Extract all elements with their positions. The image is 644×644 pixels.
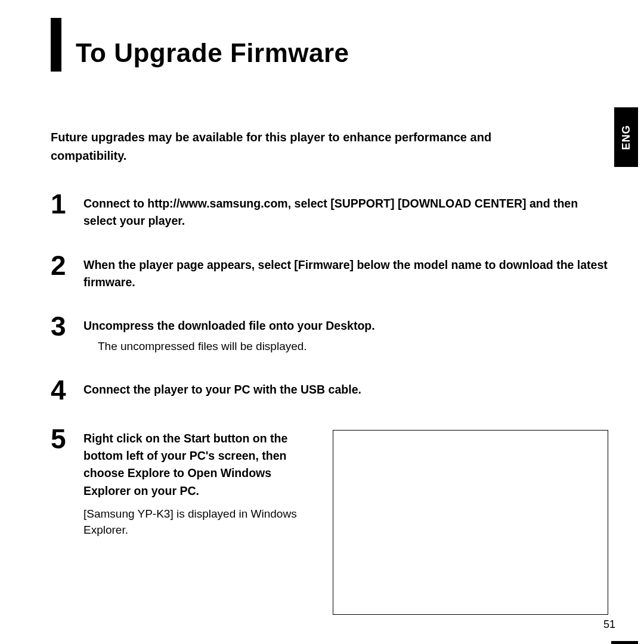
step-body: Connect the player to your PC with the U… — [83, 376, 608, 398]
step-subtext: [Samsung YP-K3] is displayed in Windows … — [83, 506, 316, 538]
step-number: 3 — [51, 312, 83, 340]
step-subtext: The uncompressed files will be displayed… — [83, 338, 608, 355]
language-tab-label: ENG — [620, 125, 633, 150]
manual-page: To Upgrade Firmware ENG Future upgrades … — [0, 0, 644, 644]
page-number: 51 — [603, 618, 615, 631]
step-text: Uncompress the downloaded file onto your… — [83, 317, 608, 335]
step-5-text-column: Right click on the Start button on the b… — [83, 430, 316, 538]
step-4: 4 Connect the player to your PC with the… — [51, 376, 608, 404]
step-number: 2 — [51, 252, 83, 279]
step-number: 1 — [51, 190, 83, 218]
footer-accent-bar — [611, 641, 638, 644]
steps-list: 1 Connect to http://www.samsung.com, sel… — [51, 190, 608, 615]
language-tab: ENG — [614, 107, 638, 167]
step-body: Right click on the Start button on the b… — [83, 425, 608, 615]
step-body: When the player page appears, select [Fi… — [83, 252, 608, 292]
step-body: Uncompress the downloaded file onto your… — [83, 312, 608, 355]
title-accent-bar — [51, 18, 61, 72]
step-2: 2 When the player page appears, select [… — [51, 252, 608, 292]
step-text: When the player page appears, select [Fi… — [83, 256, 608, 292]
page-title: To Upgrade Firmware — [76, 38, 349, 72]
title-block: To Upgrade Firmware — [51, 18, 608, 72]
screenshot-placeholder — [333, 430, 608, 615]
step-text: Right click on the Start button on the b… — [83, 430, 316, 500]
step-3: 3 Uncompress the downloaded file onto yo… — [51, 312, 608, 355]
step-text: Connect to http://www.samsung.com, selec… — [83, 195, 608, 230]
step-1: 1 Connect to http://www.samsung.com, sel… — [51, 190, 608, 230]
step-text: Connect the player to your PC with the U… — [83, 381, 608, 398]
step-number: 4 — [51, 376, 83, 404]
step-number: 5 — [51, 425, 83, 453]
step-5: 5 Right click on the Start button on the… — [51, 425, 608, 615]
step-body: Connect to http://www.samsung.com, selec… — [83, 190, 608, 230]
intro-paragraph: Future upgrades may be available for thi… — [51, 128, 552, 165]
